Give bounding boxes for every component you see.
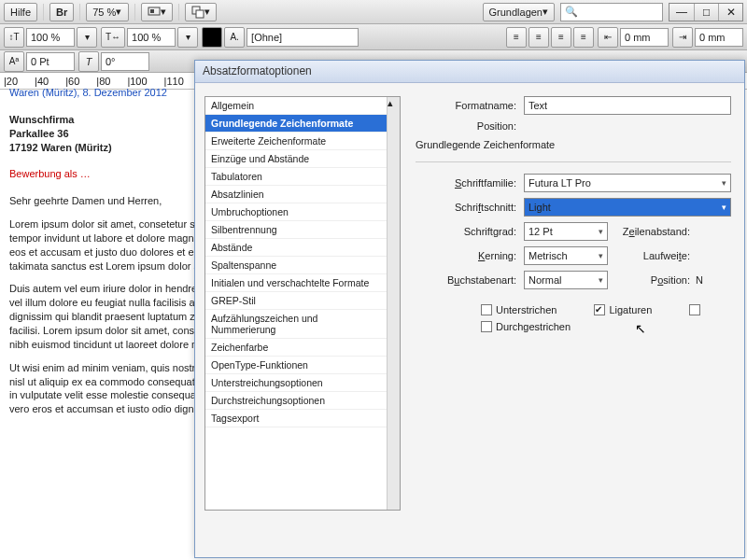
kerning-select[interactable]: Metrisch xyxy=(524,246,608,265)
category-item[interactable]: Durchstreichungsoptionen xyxy=(205,392,387,410)
category-item[interactable]: Allgemein xyxy=(205,97,387,115)
separator xyxy=(178,4,179,21)
font-style-label: Schriftschnitt: xyxy=(416,202,518,213)
search-icon: 🔍 xyxy=(565,6,578,18)
search-input[interactable]: 🔍 xyxy=(560,3,663,21)
baseline-icon[interactable]: Aª xyxy=(4,51,24,72)
leading-field[interactable]: 0 Pt xyxy=(26,52,75,71)
indent-left-field[interactable]: 0 mm xyxy=(620,28,669,47)
fill-icon[interactable] xyxy=(202,27,222,48)
category-item[interactable]: Aufzählungszeichen und Nummerierung xyxy=(205,310,387,339)
ligatures-checkbox[interactable]: Ligaturen xyxy=(594,304,652,315)
charstyle-icon[interactable]: A. xyxy=(224,27,245,48)
screen-icon xyxy=(148,6,161,19)
extra-checkbox[interactable] xyxy=(689,304,700,315)
category-item[interactable]: Umbruchoptionen xyxy=(205,203,387,221)
indent-left-icon[interactable]: ⇤ xyxy=(598,27,618,48)
font-family-label: Schriftfamilie: xyxy=(416,177,518,189)
separator xyxy=(43,4,44,21)
category-item[interactable]: Einzüge und Abstände xyxy=(205,150,387,168)
category-item[interactable]: Absatzlinien xyxy=(205,186,387,203)
arrange-button[interactable]: ▾ xyxy=(185,3,217,21)
category-item[interactable]: Initialen und verschachtelte Formate xyxy=(205,274,387,292)
align-left-button[interactable]: ≡ xyxy=(506,27,527,48)
category-list[interactable]: AllgemeinGrundlegende ZeichenformateErwe… xyxy=(204,96,401,511)
formatname-input[interactable]: Text xyxy=(524,96,731,115)
scale-down-icon[interactable]: ▾ xyxy=(77,27,97,48)
form-panel: Formatname: Text Position: Grundlegende … xyxy=(412,96,735,511)
category-item[interactable]: Silbentrennung xyxy=(205,221,387,239)
paragraph-style-options-dialog: Absatzformatoptionen AllgemeinGrundlegen… xyxy=(194,60,745,558)
scrollbar[interactable]: ▴ xyxy=(387,97,400,510)
svg-rect-1 xyxy=(150,9,154,13)
category-item[interactable]: Tagsexport xyxy=(205,410,387,427)
tracking-label: Laufweite: xyxy=(613,250,690,261)
separator xyxy=(79,4,80,21)
category-item[interactable]: Zeichenfarbe xyxy=(205,339,387,357)
workspace-select[interactable]: Grundlagen ▾ xyxy=(483,3,556,21)
justify-button[interactable]: ≡ xyxy=(573,27,594,48)
font-size-label: Schriftgrad: xyxy=(416,226,518,237)
formatname-label: Formatname: xyxy=(416,100,518,111)
position-label: Position: xyxy=(416,120,518,132)
kerning-label: Kerning: xyxy=(416,250,518,261)
horiz-scale-field[interactable]: 100 % xyxy=(26,28,75,47)
underline-checkbox[interactable]: Unterstrichen xyxy=(481,304,557,315)
minimize-button[interactable]: — xyxy=(669,4,694,21)
control-toolbar: ↕T 100 % ▾ T↔ 100 % ▾ A. [Ohne] ≡ ≡ ≡ ≡ … xyxy=(0,24,747,50)
position2-value: N xyxy=(696,274,707,286)
window-controls: — □ ✕ xyxy=(669,3,743,21)
bridge-button[interactable]: Br xyxy=(49,3,74,21)
scale-down-icon[interactable]: ▾ xyxy=(177,27,198,48)
position2-label: Position: xyxy=(613,274,690,286)
font-size-select[interactable]: 12 Pt xyxy=(524,222,608,241)
case-select[interactable]: Normal xyxy=(524,271,608,289)
rotation-icon[interactable]: T xyxy=(78,51,99,72)
dialog-title: Absatzformatoptionen xyxy=(195,61,744,83)
menu-bar: Hilfe Br 75 % ▾ ▾ ▾ Grundlagen ▾ 🔍 — □ ✕ xyxy=(0,0,747,24)
align-center-button[interactable]: ≡ xyxy=(529,27,549,48)
help-menu[interactable]: Hilfe xyxy=(4,3,37,21)
case-label: Buchstabenart: xyxy=(416,274,518,286)
char-vert-scale-icon[interactable]: T↔ xyxy=(101,27,125,48)
zoom-select[interactable]: 75 % ▾ xyxy=(86,3,129,21)
divider xyxy=(416,161,731,162)
category-item[interactable]: OpenType-Funktionen xyxy=(205,357,387,374)
indent-right-field[interactable]: 0 mm xyxy=(695,28,743,47)
category-item[interactable]: GREP-Stil xyxy=(205,292,387,310)
align-right-button[interactable]: ≡ xyxy=(551,27,571,48)
rotation-field[interactable]: 0° xyxy=(101,52,149,71)
category-item[interactable]: Tabulatoren xyxy=(205,168,387,186)
close-button[interactable]: ✕ xyxy=(718,4,742,21)
font-style-select[interactable]: Light xyxy=(524,198,731,217)
strikethrough-checkbox[interactable]: Durchgestrichen xyxy=(481,321,571,332)
maximize-button[interactable]: □ xyxy=(694,4,718,21)
category-item[interactable]: Abstände xyxy=(205,239,387,257)
indent-right-icon[interactable]: ⇥ xyxy=(672,27,693,48)
category-item[interactable]: Spaltenspanne xyxy=(205,257,387,274)
category-item[interactable]: Unterstreichungsoptionen xyxy=(205,374,387,392)
category-item[interactable]: Erweiterte Zeichenformate xyxy=(205,133,387,150)
leading-label: Zeilenabstand: xyxy=(613,226,690,237)
char-style-select[interactable]: [Ohne] xyxy=(247,28,359,47)
separator xyxy=(134,4,135,21)
svg-rect-3 xyxy=(196,10,204,18)
section-heading: Grundlegende Zeichenformate xyxy=(416,139,731,150)
vert-scale-field[interactable]: 100 % xyxy=(127,28,176,47)
screen-mode-button[interactable]: ▾ xyxy=(141,3,173,21)
font-family-select[interactable]: Futura LT Pro xyxy=(524,174,731,192)
arrange-icon xyxy=(191,6,204,19)
char-horiz-scale-icon[interactable]: ↕T xyxy=(4,27,24,48)
category-item[interactable]: Grundlegende Zeichenformate xyxy=(205,115,387,133)
